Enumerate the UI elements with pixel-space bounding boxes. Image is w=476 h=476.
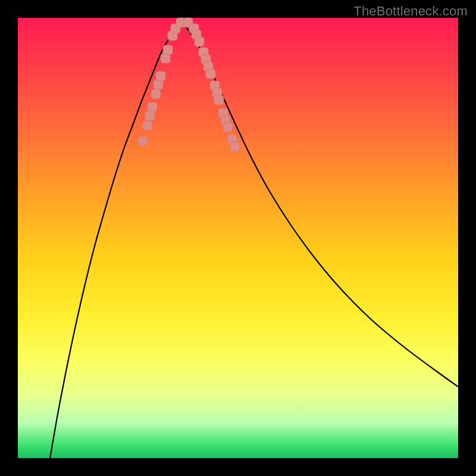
data-marker: [138, 136, 148, 146]
data-marker: [230, 142, 240, 152]
watermark-text: TheBottleneck.com: [353, 4, 468, 19]
data-marker: [206, 69, 215, 79]
data-markers: [138, 18, 240, 152]
chart-overlay: [18, 18, 458, 458]
data-marker: [151, 89, 161, 99]
data-marker: [143, 121, 152, 130]
data-marker: [156, 71, 165, 81]
data-marker: [148, 102, 157, 112]
chart-frame: TheBottleneck.com: [0, 0, 476, 476]
data-marker: [223, 123, 233, 132]
data-marker: [163, 45, 173, 55]
right-curve-line: [181, 23, 458, 387]
data-marker: [195, 37, 204, 46]
data-marker: [214, 95, 224, 105]
data-marker: [145, 111, 155, 121]
